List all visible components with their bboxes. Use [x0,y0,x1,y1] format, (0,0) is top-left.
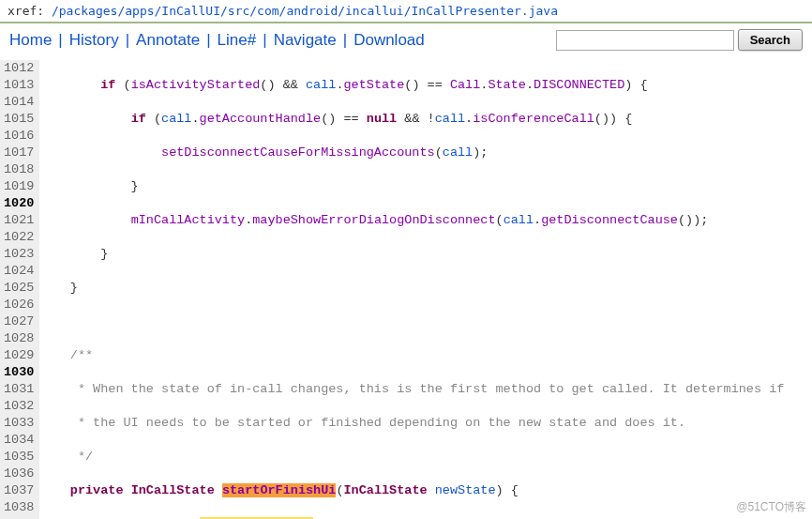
line-number[interactable]: 1028 [4,330,34,347]
search-button[interactable]: Search [738,29,803,51]
fn[interactable]: isActivityStarted [131,78,261,92]
nav-links: Home | History | Annotate | Line# | Navi… [9,31,556,50]
line-number[interactable]: 1035 [4,449,34,466]
xref-label: xref: [8,4,44,18]
code-area: 1012101310141015101610171018101910201021… [0,58,812,519]
type[interactable]: InCallState [131,483,215,497]
var-call[interactable]: call [443,145,473,160]
class[interactable]: State [488,78,526,92]
line-number[interactable]: 1014 [4,94,34,111]
type[interactable]: InCallState [344,483,428,497]
nav-sep: | [58,31,62,50]
line-number[interactable]: 1017 [4,145,34,161]
line-number[interactable]: 1026 [4,297,34,313]
var-call[interactable]: call [504,213,534,227]
xref-path[interactable]: /packages/apps/InCallUI/src/com/android/… [44,4,558,18]
nav-sep: | [206,31,210,50]
fn[interactable]: getState [343,78,404,92]
field[interactable]: mInCallActivity [131,213,246,227]
line-number[interactable]: 1036 [4,466,34,482]
nav-annotate[interactable]: Annotate [136,31,200,50]
line-number[interactable]: 1015 [4,111,34,128]
line-number[interactable]: 1032 [4,398,34,415]
line-number[interactable]: 1027 [4,313,34,330]
line-number[interactable]: 1030 [4,364,34,381]
line-number[interactable]: 1022 [4,229,34,246]
line-number[interactable]: 1037 [4,482,34,499]
line-number[interactable]: 1021 [4,212,34,229]
fn[interactable]: getDisconnectCause [541,213,678,227]
keyword-null: null [367,112,397,126]
nav-download[interactable]: Download [353,31,425,50]
xref-breadcrumb: xref: /packages/apps/InCallUI/src/com/an… [0,0,812,23]
comment: /** [70,348,93,362]
keyword-if: if [100,78,115,92]
class[interactable]: Call [450,78,480,92]
line-number[interactable]: 1029 [4,347,34,364]
nav-sep: | [343,31,347,50]
fn[interactable]: maybeShowErrorDialogOnDisconnect [252,213,495,227]
search-input[interactable] [556,30,734,51]
nav-navigate[interactable]: Navigate [274,31,337,50]
line-number[interactable]: 1024 [4,263,34,280]
nav-sep: | [263,31,266,50]
nav-home[interactable]: Home [9,31,52,50]
line-number[interactable]: 1018 [4,161,34,178]
comment: * the UI needs to be started or finished… [70,416,685,430]
nav-line[interactable]: Line# [218,31,257,50]
line-number[interactable]: 1023 [4,246,34,263]
comment: * When the state of in-call changes, thi… [70,382,785,396]
fn[interactable]: getAccountHandle [200,112,322,126]
keyword-private: private [70,483,124,497]
line-number[interactable]: 1031 [4,381,34,398]
var-call[interactable]: call [161,112,191,126]
line-number[interactable]: 1038 [4,499,34,516]
var-call[interactable]: call [435,112,465,126]
var-call[interactable]: call [306,78,336,92]
toolbar: Home | History | Annotate | Line# | Navi… [0,23,812,58]
nav-sep: | [126,31,129,50]
line-number[interactable]: 1013 [4,77,34,94]
line-number[interactable]: 1016 [4,128,34,145]
line-number[interactable]: 1020 [4,195,34,212]
line-number[interactable]: 1034 [4,432,34,449]
code[interactable]: if (isActivityStarted() && call.getState… [39,60,784,519]
line-number[interactable]: 1033 [4,415,34,432]
nav-history[interactable]: History [69,31,119,50]
line-number[interactable]: 1012 [4,60,34,77]
method-decl-highlight[interactable]: startOrFinishUi [222,483,337,497]
comment: */ [70,450,93,464]
line-gutter: 1012101310141015101610171018101910201021… [0,60,39,519]
line-number[interactable]: 1025 [4,280,34,297]
field[interactable]: DISCONNECTED [534,78,624,92]
keyword-if: if [131,112,146,126]
fn[interactable]: isConferenceCall [473,112,594,126]
search-area: Search [556,29,803,51]
fn[interactable]: setDisconnectCauseForMissingAccounts [161,145,435,160]
line-number[interactable]: 1019 [4,178,34,195]
param[interactable]: newState [435,483,496,497]
